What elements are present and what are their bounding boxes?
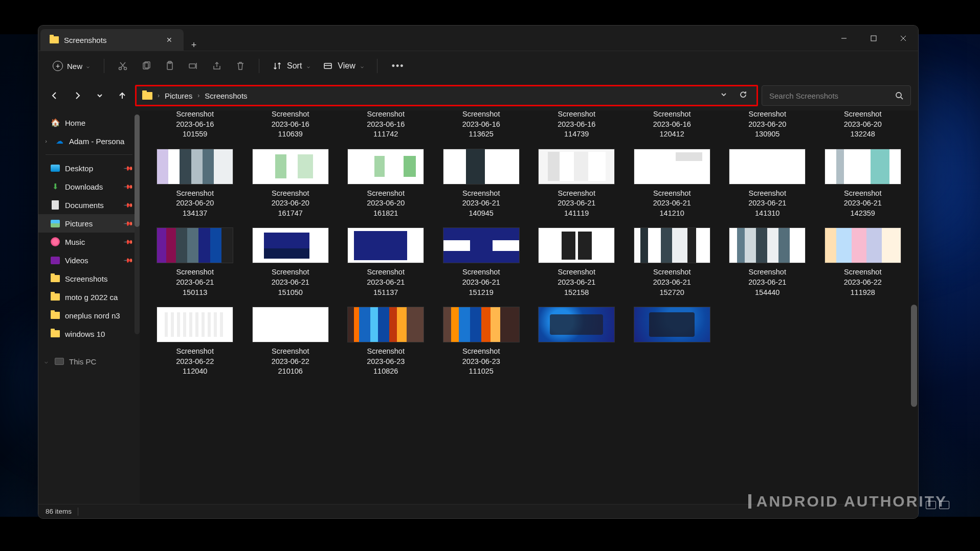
sidebar-scrollbar[interactable] bbox=[135, 114, 140, 334]
file-item[interactable]: Screenshot2023-06-16114739 bbox=[531, 110, 622, 140]
file-item[interactable]: Screenshot2023-06-16111742 bbox=[341, 110, 431, 140]
sidebar-item-oneplus[interactable]: oneplus nord n3 bbox=[38, 306, 140, 325]
expand-icon[interactable]: › bbox=[42, 138, 50, 144]
expand-icon[interactable]: ⌵ bbox=[42, 358, 50, 365]
breadcrumb-pictures[interactable]: Pictures bbox=[165, 91, 192, 100]
pc-icon bbox=[55, 357, 64, 366]
sidebar-item-documents[interactable]: Documents📌 bbox=[38, 196, 140, 214]
file-item[interactable]: Screenshot2023-06-22111928 bbox=[818, 227, 908, 297]
pin-icon[interactable]: 📌 bbox=[123, 255, 134, 266]
file-item[interactable]: Screenshot2023-06-16101559 bbox=[150, 110, 240, 140]
file-item[interactable]: Screenshot2023-06-20134137 bbox=[150, 149, 240, 219]
sidebar-item-windows10[interactable]: windows 10 bbox=[38, 325, 140, 343]
file-item[interactable]: Screenshot2023-06-21151050 bbox=[246, 227, 336, 297]
file-name: Screenshot2023-06-21142359 bbox=[844, 189, 882, 219]
file-item[interactable]: Screenshot2023-06-21141210 bbox=[627, 149, 718, 219]
sidebar-label: This PC bbox=[69, 357, 96, 366]
sidebar-item-thispc[interactable]: ⌵This PC bbox=[38, 352, 140, 371]
pin-icon[interactable]: 📌 bbox=[123, 163, 134, 174]
file-item[interactable]: Screenshot2023-06-16113625 bbox=[436, 110, 527, 140]
file-item[interactable]: Screenshot2023-06-16110639 bbox=[246, 110, 336, 140]
file-item[interactable]: Screenshot2023-06-23111025 bbox=[436, 307, 527, 377]
file-item[interactable]: Screenshot2023-06-21140945 bbox=[436, 149, 527, 219]
address-bar[interactable]: › Pictures › Screenshots bbox=[136, 85, 758, 106]
file-item[interactable]: Screenshot2023-06-21141119 bbox=[531, 149, 622, 219]
address-dropdown[interactable] bbox=[717, 91, 730, 100]
breadcrumb-separator: › bbox=[158, 92, 160, 99]
file-thumbnail bbox=[538, 227, 615, 263]
file-item[interactable]: Screenshot2023-06-21151219 bbox=[436, 227, 527, 297]
separator bbox=[377, 59, 377, 73]
titlebar[interactable]: Screenshots ✕ + bbox=[38, 26, 918, 51]
sidebar-label: Documents bbox=[65, 201, 104, 210]
sidebar-item-downloads[interactable]: ⬇Downloads📌 bbox=[38, 177, 140, 196]
folder-icon bbox=[51, 329, 60, 338]
minimize-button[interactable] bbox=[829, 26, 859, 51]
close-button[interactable] bbox=[888, 26, 918, 51]
new-button[interactable]: + New ⌵ bbox=[48, 58, 95, 74]
close-tab-icon[interactable]: ✕ bbox=[164, 34, 174, 46]
file-item[interactable] bbox=[531, 307, 622, 377]
file-item[interactable]: Screenshot2023-06-16120412 bbox=[627, 110, 718, 140]
sort-button[interactable]: Sort ⌵ bbox=[269, 58, 314, 74]
sidebar-item-music[interactable]: Music📌 bbox=[38, 233, 140, 251]
search-input[interactable]: Search Screenshots bbox=[762, 85, 911, 106]
file-thumbnail bbox=[729, 149, 806, 185]
maximize-button[interactable] bbox=[859, 26, 888, 51]
scrollbar-thumb[interactable] bbox=[135, 114, 140, 227]
separator bbox=[46, 154, 132, 155]
file-item[interactable] bbox=[627, 307, 718, 377]
file-item[interactable]: Screenshot2023-06-21152720 bbox=[627, 227, 718, 297]
more-button[interactable]: ••• bbox=[387, 61, 410, 72]
back-button[interactable] bbox=[46, 86, 64, 105]
content-scrollbar[interactable] bbox=[911, 110, 917, 494]
sidebar-item-motog[interactable]: moto g 2022 ca bbox=[38, 288, 140, 306]
pin-icon[interactable]: 📌 bbox=[123, 181, 134, 192]
copy-button[interactable] bbox=[137, 57, 155, 75]
rename-button[interactable] bbox=[184, 57, 203, 75]
file-item[interactable]: Screenshot2023-06-20132248 bbox=[818, 110, 908, 140]
breadcrumb-screenshots[interactable]: Screenshots bbox=[205, 91, 247, 100]
file-list[interactable]: Screenshot2023-06-16101559Screenshot2023… bbox=[140, 110, 918, 504]
file-item[interactable]: Screenshot2023-06-20161747 bbox=[246, 149, 336, 219]
view-button[interactable]: View ⌵ bbox=[319, 58, 367, 74]
pin-icon[interactable]: 📌 bbox=[123, 200, 134, 211]
pin-icon[interactable]: 📌 bbox=[123, 218, 134, 229]
file-item[interactable]: Screenshot2023-06-21141310 bbox=[722, 149, 813, 219]
file-name: Screenshot2023-06-20132248 bbox=[844, 110, 882, 140]
file-thumbnail bbox=[157, 307, 233, 342]
scrollbar-thumb[interactable] bbox=[911, 305, 917, 407]
titlebar-drag[interactable] bbox=[204, 26, 829, 51]
file-item[interactable]: Screenshot2023-06-20161821 bbox=[341, 149, 431, 219]
file-item[interactable]: Screenshot2023-06-20130905 bbox=[722, 110, 813, 140]
sidebar-item-desktop[interactable]: Desktop📌 bbox=[38, 159, 140, 177]
file-item[interactable]: Screenshot2023-06-21142359 bbox=[818, 149, 908, 219]
sidebar-item-screenshots[interactable]: Screenshots bbox=[38, 269, 140, 288]
svg-point-16 bbox=[896, 93, 901, 98]
recent-button[interactable] bbox=[91, 86, 109, 105]
file-item[interactable]: Screenshot2023-06-23110826 bbox=[341, 307, 431, 377]
share-button[interactable] bbox=[208, 57, 226, 75]
cut-button[interactable] bbox=[114, 57, 132, 75]
delete-button[interactable] bbox=[231, 57, 250, 75]
sidebar-item-onedrive[interactable]: ›☁Adam - Persona bbox=[38, 132, 140, 150]
tab-screenshots[interactable]: Screenshots ✕ bbox=[40, 29, 184, 51]
refresh-button[interactable] bbox=[736, 90, 751, 101]
pin-icon[interactable]: 📌 bbox=[123, 237, 134, 247]
file-item[interactable]: Screenshot2023-06-21152158 bbox=[531, 227, 622, 297]
file-item[interactable]: Screenshot2023-06-22210106 bbox=[246, 307, 336, 377]
file-item[interactable]: Screenshot2023-06-21154440 bbox=[722, 227, 813, 297]
file-name: Screenshot2023-06-21141210 bbox=[653, 189, 691, 219]
file-item[interactable]: Screenshot2023-06-21151137 bbox=[341, 227, 431, 297]
home-icon: 🏠 bbox=[51, 118, 60, 127]
file-name: Screenshot2023-06-21152158 bbox=[558, 267, 595, 297]
file-item[interactable]: Screenshot2023-06-21150113 bbox=[150, 227, 240, 297]
new-tab-button[interactable]: + bbox=[184, 40, 204, 51]
paste-button[interactable] bbox=[161, 57, 179, 75]
up-button[interactable] bbox=[113, 86, 131, 105]
sidebar-item-home[interactable]: 🏠Home bbox=[38, 113, 140, 132]
sidebar-item-pictures[interactable]: Pictures📌 bbox=[38, 214, 140, 233]
file-item[interactable]: Screenshot2023-06-22112040 bbox=[150, 307, 240, 377]
forward-button[interactable] bbox=[68, 86, 86, 105]
sidebar-item-videos[interactable]: Videos📌 bbox=[38, 251, 140, 269]
